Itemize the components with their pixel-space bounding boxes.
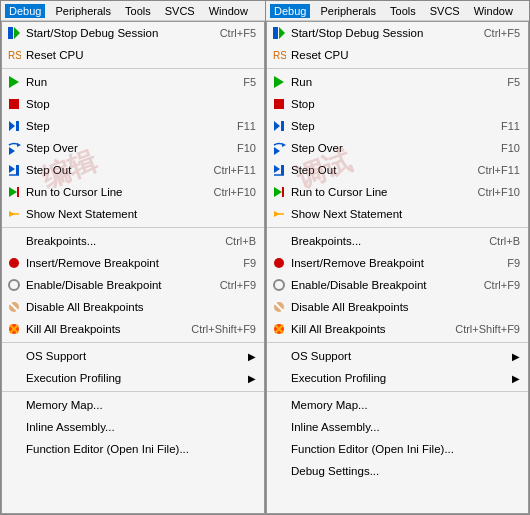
- left-run-item[interactable]: Run F5: [2, 71, 264, 93]
- step-label: Step: [26, 120, 217, 132]
- step-over-icon: [6, 140, 22, 156]
- run-cursor-shortcut: Ctrl+F10: [214, 186, 257, 198]
- show-next-icon: [6, 206, 22, 222]
- right-peripherals-menu[interactable]: Peripherals: [316, 4, 380, 18]
- left-kill-all-bp-item[interactable]: Kill All Breakpoints Ctrl+Shift+F9: [2, 318, 264, 340]
- right-os-support-icon: [271, 348, 287, 364]
- right-step-out-item[interactable]: Step Out Ctrl+F11: [267, 159, 528, 181]
- right-tools-menu[interactable]: Tools: [386, 4, 420, 18]
- breakpoints-label: Breakpoints...: [26, 235, 205, 247]
- right-step-item[interactable]: Step F11: [267, 115, 528, 137]
- step-over-label: Step Over: [26, 142, 217, 154]
- right-run-cursor-item[interactable]: Run to Cursor Line Ctrl+F10: [267, 181, 528, 203]
- left-tools-menu[interactable]: Tools: [121, 4, 155, 18]
- right-disable-all-bp-item[interactable]: Disable All Breakpoints: [267, 296, 528, 318]
- insert-bp-icon: [6, 255, 22, 271]
- right-debug-settings-icon: [271, 463, 287, 479]
- svg-point-16: [9, 258, 19, 268]
- right-enable-bp-item[interactable]: Enable/Disable Breakpoint Ctrl+F9: [267, 274, 528, 296]
- func-editor-label: Function Editor (Open Ini File)...: [26, 443, 256, 455]
- left-stop-item[interactable]: Stop: [2, 93, 264, 115]
- right-menu-bar: Debug Peripherals Tools SVCS Window: [266, 1, 529, 21]
- right-run-cursor-shortcut: Ctrl+F10: [478, 186, 521, 198]
- svg-rect-23: [273, 27, 278, 39]
- left-enable-bp-item[interactable]: Enable/Disable Breakpoint Ctrl+F9: [2, 274, 264, 296]
- left-inline-asm-item[interactable]: Inline Assembly...: [2, 416, 264, 438]
- right-start-stop-item[interactable]: Start/Stop Debug Session Ctrl+F5: [267, 22, 528, 44]
- svg-rect-10: [16, 165, 19, 175]
- right-dropdown: 调试 Start/Stop Debug Session Ctrl+F5 RST …: [266, 21, 529, 514]
- svg-rect-0: [8, 27, 13, 39]
- right-reset-cpu-item[interactable]: RST Reset CPU: [267, 44, 528, 66]
- step-icon: [6, 118, 22, 134]
- enable-bp-icon: [6, 277, 22, 293]
- right-window-menu[interactable]: Window: [470, 4, 517, 18]
- right-insert-bp-shortcut: F9: [507, 257, 520, 269]
- right-sep2: [267, 227, 528, 228]
- stop-label: Stop: [26, 98, 256, 110]
- right-enable-bp-label: Enable/Disable Breakpoint: [291, 279, 464, 291]
- run-icon: [6, 74, 22, 90]
- reset-cpu-label: Reset CPU: [26, 49, 256, 61]
- right-panel: Debug Peripherals Tools SVCS Window 调试 S…: [265, 0, 530, 515]
- left-insert-bp-item[interactable]: Insert/Remove Breakpoint F9: [2, 252, 264, 274]
- start-stop-icon: [6, 25, 22, 41]
- stop-icon: [6, 96, 22, 112]
- right-stop-item[interactable]: Stop: [267, 93, 528, 115]
- right-start-stop-label: Start/Stop Debug Session: [291, 27, 464, 39]
- memory-map-label: Memory Map...: [26, 399, 256, 411]
- left-debug-menu[interactable]: Debug: [5, 4, 45, 18]
- right-step-over-item[interactable]: Step Over F10: [267, 137, 528, 159]
- step-out-label: Step Out: [26, 164, 194, 176]
- left-run-cursor-item[interactable]: Run to Cursor Line Ctrl+F10: [2, 181, 264, 203]
- left-os-support-item[interactable]: OS Support ▶: [2, 345, 264, 367]
- right-run-item[interactable]: Run F5: [267, 71, 528, 93]
- right-step-out-icon: [271, 162, 287, 178]
- left-exec-profiling-item[interactable]: Execution Profiling ▶: [2, 367, 264, 389]
- right-memory-map-label: Memory Map...: [291, 399, 520, 411]
- right-breakpoints-shortcut: Ctrl+B: [489, 235, 520, 247]
- left-peripherals-menu[interactable]: Peripherals: [51, 4, 115, 18]
- left-breakpoints-item[interactable]: Breakpoints... Ctrl+B: [2, 230, 264, 252]
- left-step-over-item[interactable]: Step Over F10: [2, 137, 264, 159]
- svg-marker-24: [279, 27, 285, 39]
- right-step-out-shortcut: Ctrl+F11: [478, 164, 521, 176]
- right-step-label: Step: [291, 120, 481, 132]
- left-disable-all-bp-item[interactable]: Disable All Breakpoints: [2, 296, 264, 318]
- right-debug-menu[interactable]: Debug: [270, 4, 310, 18]
- left-step-item[interactable]: Step F11: [2, 115, 264, 137]
- svg-point-40: [274, 280, 284, 290]
- svg-marker-31: [274, 147, 280, 155]
- right-os-support-item[interactable]: OS Support ▶: [267, 345, 528, 367]
- sep3: [2, 342, 264, 343]
- right-inline-asm-item[interactable]: Inline Assembly...: [267, 416, 528, 438]
- right-func-editor-item[interactable]: Function Editor (Open Ini File)...: [267, 438, 528, 460]
- right-func-editor-icon: [271, 441, 287, 457]
- right-svcs-menu[interactable]: SVCS: [426, 4, 464, 18]
- show-next-label: Show Next Statement: [26, 208, 256, 220]
- left-func-editor-item[interactable]: Function Editor (Open Ini File)...: [2, 438, 264, 460]
- left-window-menu[interactable]: Window: [205, 4, 252, 18]
- left-memory-map-item[interactable]: Memory Map...: [2, 394, 264, 416]
- right-breakpoints-item[interactable]: Breakpoints... Ctrl+B: [267, 230, 528, 252]
- left-svcs-menu[interactable]: SVCS: [161, 4, 199, 18]
- os-support-arrow: ▶: [248, 351, 256, 362]
- left-step-out-item[interactable]: Step Out Ctrl+F11: [2, 159, 264, 181]
- right-insert-bp-item[interactable]: Insert/Remove Breakpoint F9: [267, 252, 528, 274]
- left-show-next-item[interactable]: Show Next Statement: [2, 203, 264, 225]
- right-memory-map-item[interactable]: Memory Map...: [267, 394, 528, 416]
- right-exec-profiling-item[interactable]: Execution Profiling ▶: [267, 367, 528, 389]
- svg-rect-33: [281, 165, 284, 175]
- right-debug-settings-item[interactable]: Debug Settings...: [267, 460, 528, 482]
- step-out-icon: [6, 162, 22, 178]
- left-reset-cpu-item[interactable]: RST Reset CPU: [2, 44, 264, 66]
- left-start-stop-item[interactable]: Start/Stop Debug Session Ctrl+F5: [2, 22, 264, 44]
- right-kill-all-bp-item[interactable]: Kill All Breakpoints Ctrl+Shift+F9: [267, 318, 528, 340]
- svg-marker-1: [14, 27, 20, 39]
- right-memory-map-icon: [271, 397, 287, 413]
- right-show-next-item[interactable]: Show Next Statement: [267, 203, 528, 225]
- right-step-shortcut: F11: [501, 120, 520, 132]
- right-enable-bp-icon: [271, 277, 287, 293]
- right-disable-all-bp-label: Disable All Breakpoints: [291, 301, 520, 313]
- run-label: Run: [26, 76, 223, 88]
